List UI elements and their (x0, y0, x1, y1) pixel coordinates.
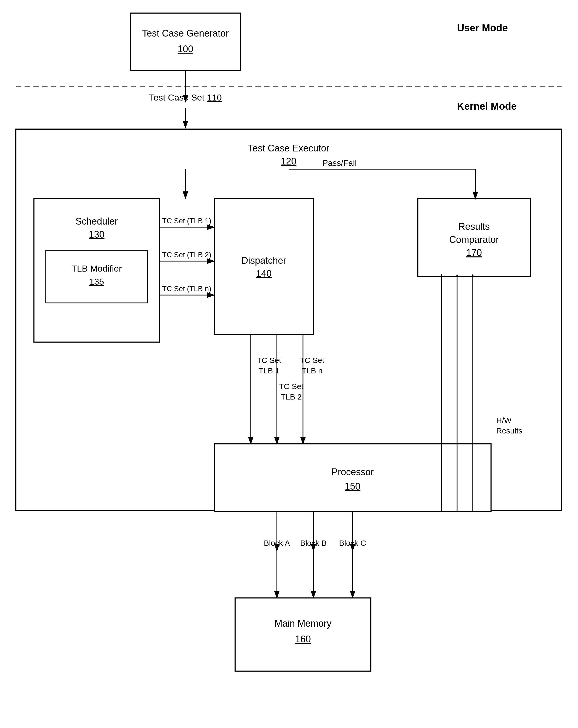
tc-set-tlb1-label: TC Set (TLB 1) (162, 217, 211, 225)
mem-id: 160 (295, 634, 311, 645)
user-mode-label: User Mode (457, 23, 508, 33)
proc-id: 150 (345, 481, 360, 492)
tc-set-tlbn-below: TC Set (300, 356, 324, 365)
tce-id: 120 (281, 156, 297, 166)
block-c-label: Block C (339, 539, 366, 547)
tc-set-tlb2-below: TC Set (279, 382, 303, 391)
tc-set-tlbn-below2: TLB n (302, 366, 323, 375)
sched-label: Scheduler (75, 216, 118, 227)
sched-id: 130 (89, 229, 104, 240)
rc-label2: Comparator (449, 234, 499, 245)
hw-results-label: H/W (496, 416, 512, 424)
block-b-label: Block B (300, 539, 327, 547)
tcg-label: Test Case Generator (142, 28, 229, 38)
block-a-label: Block A (264, 539, 290, 547)
tc-set-tlb1-below: TC Set (257, 356, 281, 365)
rc-label: Results (458, 221, 490, 232)
proc-label: Processor (331, 467, 374, 477)
processor-box (214, 444, 491, 512)
tc-set-tlb1-below2: TLB 1 (258, 366, 279, 375)
disp-label: Dispatcher (241, 255, 286, 266)
tc-set-tlb2-label: TC Set (TLB 2) (162, 251, 211, 259)
tcs-label: Test Case Set 110 (149, 93, 222, 102)
pass-fail-label: Pass/Fail (322, 158, 357, 167)
diagram: User Mode Test Case Generator 100 Kernel… (0, 0, 578, 728)
tc-set-tlb2-below2: TLB 2 (281, 392, 302, 401)
disp-id: 140 (256, 268, 272, 279)
mem-label: Main Memory (275, 618, 331, 629)
kernel-mode-label: Kernel Mode (457, 101, 517, 112)
test-case-generator-box (131, 13, 240, 71)
rc-id: 170 (466, 247, 482, 258)
tlbm-label: TLB Modifier (72, 263, 122, 274)
tlbm-id: 135 (89, 277, 104, 286)
tce-label: Test Case Executor (248, 143, 329, 154)
dispatcher-box (214, 199, 313, 334)
tcg-id: 100 (178, 44, 193, 54)
hw-results-label2: Results (496, 426, 522, 435)
tc-set-tlbn-label: TC Set (TLB n) (162, 285, 211, 293)
